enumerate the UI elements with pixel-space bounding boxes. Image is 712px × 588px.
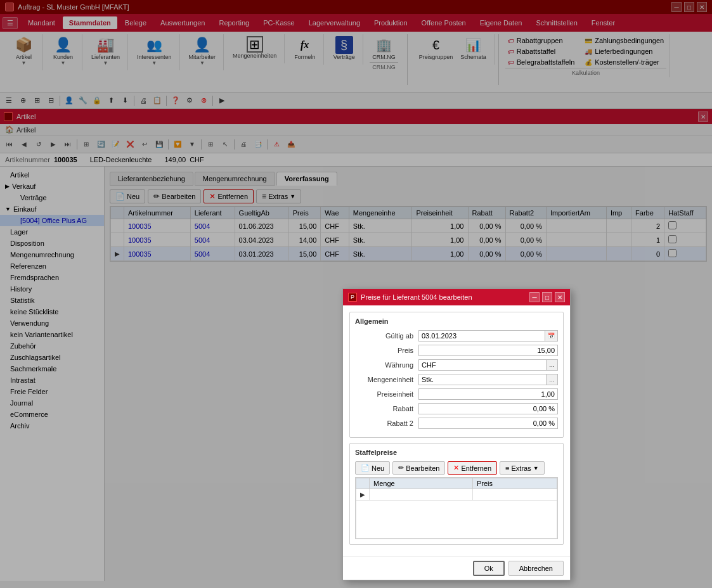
dialog-titlebar: P Preise für Lieferant 5004 bearbeiten ─… <box>343 289 570 305</box>
waehrung-input-wrapper: … <box>418 359 558 371</box>
dialog-extras-icon: ≡ <box>505 464 509 472</box>
staffel-empty-cell <box>356 501 557 539</box>
form-row-rabatt: Rabatt <box>355 403 558 414</box>
dialog-minimize-btn[interactable]: ─ <box>529 292 540 302</box>
dialog-neu-icon: 📄 <box>361 464 370 472</box>
dialog-icon: P <box>348 293 357 302</box>
gueltigab-input-wrapper: 📅 <box>418 330 558 342</box>
dialog-btn-entfernen-label: Entfernen <box>461 464 491 472</box>
gueltigab-calendar-btn[interactable]: 📅 <box>545 330 558 342</box>
dialog-staffelpreise-title: Staffelpreise <box>355 449 558 456</box>
staffel-row-empty <box>356 501 557 539</box>
staffel-header-row: Menge Preis <box>356 478 557 489</box>
form-row-preis: Preis <box>355 345 558 356</box>
staffel-row1-arrow: ▶ <box>356 489 370 501</box>
dialog-allgemein-title: Allgemein <box>355 317 558 325</box>
form-label-mengeneinheit: Mengeneinheit <box>355 376 418 383</box>
staffel-row-1[interactable]: ▶ <box>356 489 557 501</box>
staffel-table: Menge Preis ▶ <box>356 478 557 539</box>
dialog-title: Preise für Lieferant 5004 bearbeiten <box>361 293 472 301</box>
dialog-ok-btn[interactable]: Ok <box>473 561 505 576</box>
staffel-row1-menge <box>370 489 473 501</box>
dialog-btn-extras[interactable]: ≡ Extras ▼ <box>500 461 545 475</box>
dialog-entfernen-icon: ✕ <box>453 464 459 472</box>
staffel-row1-preis <box>472 489 557 501</box>
dialog-extras-dropdown-icon: ▼ <box>533 465 539 471</box>
staffel-body: ▶ <box>356 489 557 539</box>
dialog-staffel-toolbar: 📄 Neu ✏ Bearbeiten ✕ Entfernen ≡ Extras <box>355 461 558 475</box>
dialog: P Preise für Lieferant 5004 bearbeiten ─… <box>342 288 571 580</box>
mengeneinheit-input[interactable] <box>418 374 547 385</box>
dialog-btn-extras-label: Extras <box>512 464 531 472</box>
form-label-gueltigab: Gültig ab <box>355 332 418 340</box>
dialog-overlay: P Preise für Lieferant 5004 bearbeiten ─… <box>0 0 712 588</box>
dialog-btn-bearbeiten[interactable]: ✏ Bearbeiten <box>392 461 445 475</box>
mengeneinheit-input-wrapper: … <box>418 374 558 385</box>
rabatt-input[interactable] <box>418 403 558 414</box>
form-label-preis: Preis <box>355 347 418 354</box>
preiseinheit-input[interactable] <box>418 388 558 400</box>
staffel-table-container: Menge Preis ▶ <box>355 477 558 539</box>
form-row-rabatt2: Rabatt 2 <box>355 418 558 429</box>
form-label-waehrung: Währung <box>355 361 418 369</box>
dialog-ok-label: Ok <box>484 565 493 572</box>
dialog-body: Allgemein Gültig ab 📅 Preis Währung <box>343 305 570 556</box>
dialog-cancel-label: Abbrechen <box>519 565 553 572</box>
staffel-col-empty <box>356 478 370 489</box>
waehrung-input[interactable] <box>418 359 547 371</box>
form-row-gueltigab: Gültig ab 📅 <box>355 330 558 342</box>
dialog-btn-neu[interactable]: 📄 Neu <box>355 461 390 475</box>
gueltigab-input[interactable] <box>418 330 545 342</box>
waehrung-lookup-btn[interactable]: … <box>547 359 558 371</box>
preis-input[interactable] <box>418 345 558 356</box>
rabatt2-input[interactable] <box>418 418 558 429</box>
staffel-col-menge[interactable]: Menge <box>370 478 473 489</box>
staffel-col-preis[interactable]: Preis <box>472 478 557 489</box>
form-row-mengeneinheit: Mengeneinheit … <box>355 374 558 385</box>
mengeneinheit-lookup-btn[interactable]: … <box>547 374 558 385</box>
form-row-waehrung: Währung … <box>355 359 558 371</box>
dialog-section-allgemein: Allgemein Gültig ab 📅 Preis Währung <box>349 312 564 438</box>
form-row-preiseinheit: Preiseinheit <box>355 388 558 400</box>
dialog-bearbeiten-icon: ✏ <box>398 464 404 472</box>
dialog-btn-entfernen[interactable]: ✕ Entfernen <box>448 461 497 475</box>
form-label-preiseinheit: Preiseinheit <box>355 390 418 398</box>
dialog-footer: Ok Abbrechen <box>343 556 570 580</box>
dialog-cancel-btn[interactable]: Abbrechen <box>508 561 564 576</box>
dialog-maximize-btn[interactable]: □ <box>542 292 552 302</box>
form-label-rabatt2: Rabatt 2 <box>355 419 418 427</box>
dialog-section-staffelpreise: Staffelpreise 📄 Neu ✏ Bearbeiten ✕ Entfe… <box>349 443 564 545</box>
dialog-titlebar-actions: ─ □ ✕ <box>529 292 565 302</box>
form-label-rabatt: Rabatt <box>355 405 418 412</box>
dialog-btn-neu-label: Neu <box>372 464 384 472</box>
dialog-close-btn[interactable]: ✕ <box>555 292 565 302</box>
dialog-btn-bearbeiten-label: Bearbeiten <box>406 464 439 472</box>
